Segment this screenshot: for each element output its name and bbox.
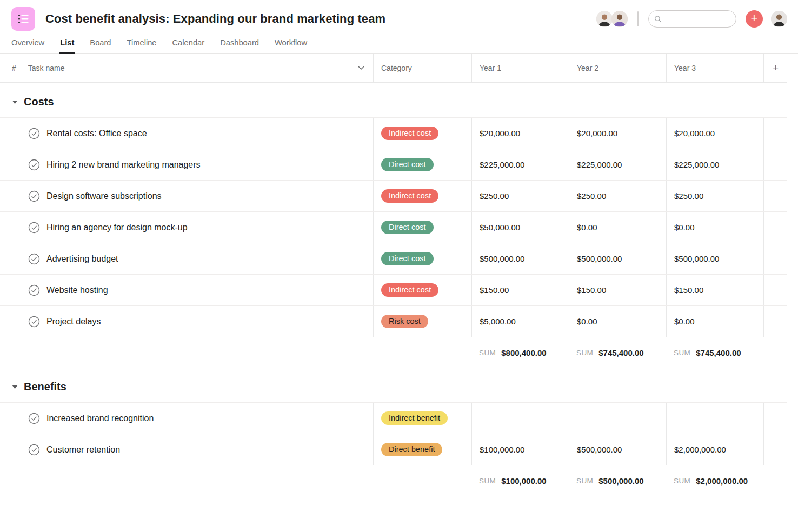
year2-value[interactable]: $150.00: [569, 275, 666, 305]
tab-timeline[interactable]: Timeline: [127, 36, 157, 53]
year2-value[interactable]: $500,000.00: [569, 434, 666, 465]
year2-value[interactable]: $0.00: [569, 306, 666, 337]
user-avatar[interactable]: [771, 11, 787, 27]
year1-value[interactable]: [471, 403, 569, 434]
section-title[interactable]: Benefits: [24, 381, 66, 393]
member-avatar-1[interactable]: [596, 11, 613, 27]
category-badge[interactable]: Direct cost: [381, 252, 434, 265]
section-rows: Rental costs: Office space Indirect cost…: [0, 117, 787, 337]
task-name[interactable]: Customer retention: [46, 445, 120, 455]
search-input[interactable]: [666, 15, 730, 23]
tab-board[interactable]: Board: [89, 36, 111, 53]
year1-value[interactable]: $100,000.00: [471, 434, 569, 465]
year3-value[interactable]: $0.00: [666, 212, 763, 243]
complete-check-icon[interactable]: [28, 128, 40, 139]
person-avatar-icon: [596, 11, 613, 27]
tab-dashboard[interactable]: Dashboard: [220, 36, 260, 53]
year3-value[interactable]: $20,000.00: [666, 118, 763, 149]
project-logo[interactable]: [11, 7, 35, 31]
task-name[interactable]: Project delays: [46, 317, 101, 327]
year2-value[interactable]: $0.00: [569, 212, 666, 243]
collapse-triangle-icon[interactable]: [12, 385, 18, 389]
year2-value[interactable]: $20,000.00: [569, 118, 666, 149]
table-row[interactable]: Advertising budget Direct cost $500,000.…: [0, 243, 787, 275]
year1-value[interactable]: $20,000.00: [471, 118, 569, 149]
table-row[interactable]: Rental costs: Office space Indirect cost…: [0, 118, 787, 149]
category-badge[interactable]: Risk cost: [381, 315, 428, 328]
task-name-column-header[interactable]: # Task name: [0, 54, 373, 82]
tab-overview[interactable]: Overview: [11, 36, 45, 53]
section-rows: Increased brand recognition Indirect ben…: [0, 402, 787, 466]
year3-column-header[interactable]: Year 3: [666, 54, 763, 82]
task-name[interactable]: Rental costs: Office space: [46, 129, 147, 138]
table-row[interactable]: Design software subscriptions Indirect c…: [0, 181, 787, 212]
year1-value[interactable]: $225,000.00: [471, 149, 569, 180]
category-badge[interactable]: Indirect cost: [381, 283, 438, 297]
table-row[interactable]: Customer retention Direct benefit $100,0…: [0, 434, 787, 466]
category-badge[interactable]: Indirect cost: [381, 189, 438, 203]
task-name[interactable]: Hiring an agency for design mock-up: [46, 223, 188, 232]
year3-value[interactable]: $2,000,000.00: [666, 434, 763, 465]
year3-value[interactable]: $0.00: [666, 306, 763, 337]
year3-sum-cell: SUM$745,400.00: [666, 348, 763, 357]
complete-check-icon[interactable]: [28, 284, 40, 296]
tab-list[interactable]: List: [59, 36, 75, 54]
chevron-down-icon[interactable]: [358, 66, 364, 70]
complete-check-icon[interactable]: [28, 316, 40, 328]
sum-row: SUM$100,000.00 SUM$500,000.00 SUM$2,000,…: [0, 466, 787, 496]
year2-value[interactable]: $225,000.00: [569, 149, 666, 180]
table-row[interactable]: Increased brand recognition Indirect ben…: [0, 403, 787, 434]
search-box[interactable]: [648, 10, 736, 28]
table-row[interactable]: Hiring 2 new brand marketing managers Di…: [0, 149, 787, 181]
category-badge[interactable]: Indirect cost: [381, 127, 438, 140]
year3-value[interactable]: $250.00: [666, 181, 763, 211]
year1-value[interactable]: $5,000.00: [471, 306, 569, 337]
table-row[interactable]: Website hosting Indirect cost $150.00 $1…: [0, 275, 787, 306]
task-name[interactable]: Website hosting: [46, 285, 108, 295]
section-title[interactable]: Costs: [24, 96, 54, 108]
year3-value[interactable]: $500,000.00: [666, 243, 763, 274]
complete-check-icon[interactable]: [28, 413, 40, 424]
sum-label: SUM: [674, 349, 690, 357]
add-column-button[interactable]: +: [763, 54, 787, 82]
year1-column-header[interactable]: Year 1: [471, 54, 569, 82]
task-name[interactable]: Increased brand recognition: [46, 414, 154, 423]
year1-value[interactable]: $500,000.00: [471, 243, 569, 274]
complete-check-icon[interactable]: [28, 159, 40, 171]
create-button[interactable]: +: [746, 10, 763, 28]
year2-value[interactable]: $250.00: [569, 181, 666, 211]
complete-check-icon[interactable]: [28, 444, 40, 456]
category-badge[interactable]: Direct cost: [381, 221, 434, 234]
complete-check-icon[interactable]: [28, 190, 40, 202]
year1-sum-cell: SUM$100,000.00: [471, 476, 569, 486]
table-row[interactable]: Hiring an agency for design mock-up Dire…: [0, 212, 787, 243]
complete-check-icon[interactable]: [28, 222, 40, 234]
tab-calendar[interactable]: Calendar: [172, 36, 205, 53]
member-avatar-2[interactable]: [611, 11, 628, 27]
category-column-header[interactable]: Category: [373, 54, 471, 82]
project-list-icon: [16, 12, 30, 26]
year2-value[interactable]: [569, 403, 666, 434]
complete-check-icon[interactable]: [28, 253, 40, 265]
task-name[interactable]: Hiring 2 new brand marketing managers: [46, 160, 201, 170]
section-header: Costs: [0, 83, 787, 117]
year3-value[interactable]: $150.00: [666, 275, 763, 305]
year3-value[interactable]: $225,000.00: [666, 149, 763, 180]
task-name[interactable]: Design software subscriptions: [46, 191, 162, 201]
sections: Costs Rental costs: Office space Indirec…: [0, 83, 787, 496]
table-row[interactable]: Project delays Risk cost $5,000.00 $0.00…: [0, 306, 787, 337]
year2-sum-cell: SUM$745,400.00: [569, 348, 666, 357]
collapse-triangle-icon[interactable]: [12, 100, 18, 104]
plus-icon: +: [751, 12, 758, 24]
task-name[interactable]: Advertising budget: [46, 254, 118, 264]
year1-value[interactable]: $50,000.00: [471, 212, 569, 243]
year1-value[interactable]: $250.00: [471, 181, 569, 211]
year3-value[interactable]: [666, 403, 763, 434]
category-badge[interactable]: Indirect benefit: [381, 411, 448, 425]
category-badge[interactable]: Direct benefit: [381, 443, 442, 456]
year2-column-header[interactable]: Year 2: [569, 54, 666, 82]
year2-value[interactable]: $500,000.00: [569, 243, 666, 274]
year1-value[interactable]: $150.00: [471, 275, 569, 305]
tab-workflow[interactable]: Workflow: [274, 36, 308, 53]
category-badge[interactable]: Direct cost: [381, 158, 434, 171]
